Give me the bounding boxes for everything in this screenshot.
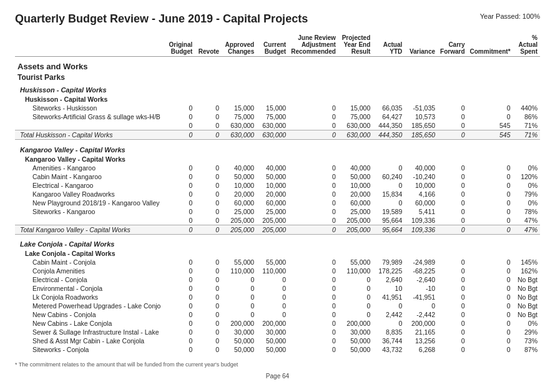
- table-row: 00205,000205,0000205,00095,664109,336004…: [15, 216, 540, 225]
- table-row: Siteworks - Conjola0050,00050,000050,000…: [15, 345, 540, 354]
- table-row: Environmental - Conjola00000010-1000No B…: [15, 284, 540, 293]
- col-commitment: Commitment*: [468, 33, 513, 57]
- table-row: Sewer & Sullage Infrastructure Instal - …: [15, 328, 540, 336]
- col-approved-changes: ApprovedChanges: [222, 33, 257, 57]
- table-row: 00630,000630,0000630,000444,350185,65005…: [15, 121, 540, 130]
- table-row: Siteworks - Kangaroo0025,00025,000025,00…: [15, 207, 540, 216]
- col-revote: Revote: [195, 33, 222, 57]
- page-container: Quarterly Budget Review - June 2019 - Ca…: [15, 12, 540, 380]
- table-row: New Cabins - Conjola0000002,442-2,44200N…: [15, 310, 540, 319]
- table-row: Siteworks - Huskisson0015,00015,000015,0…: [15, 104, 540, 112]
- table-row: Electrical - Kangaroo0010,00010,000010,0…: [15, 181, 540, 190]
- table-row: Siteworks-Artificial Grass & sullage wks…: [15, 112, 540, 121]
- table-row: Lk Conjola Roadworks00000041,951-41,9510…: [15, 293, 540, 301]
- table-row: Shed & Asst Mgr Cabin - Lake Conjola0050…: [15, 336, 540, 345]
- footnote: * The commitment relates to the amount t…: [15, 361, 540, 368]
- group-sub-header: Kangaroo Valley - Capital Works: [15, 154, 540, 164]
- col-description: [15, 33, 163, 57]
- table-row: New Playground 2018/19 - Kangaroo Valley…: [15, 198, 540, 207]
- col-projected: ProjectedYear EndResult: [338, 33, 373, 57]
- table-row: Cabin Maint - Conjola0055,00055,000055,0…: [15, 258, 540, 267]
- assets-works-heading: Assets and Works: [15, 57, 540, 72]
- page-header: Quarterly Budget Review - June 2019 - Ca…: [15, 12, 540, 28]
- table-row: Total Kangaroo Valley - Capital Works002…: [15, 225, 540, 234]
- col-current-budget: CurrentBudget: [257, 33, 288, 57]
- group-sub-header: Huskisson - Capital Works: [15, 94, 540, 104]
- col-original-budget: OriginalBudget: [163, 33, 195, 57]
- col-actual-ytd: Actual YTD: [373, 33, 405, 57]
- table-row: Cabin Maint - Kangaroo0050,00050,000050,…: [15, 172, 540, 181]
- spacer-row: [15, 354, 540, 356]
- col-variance: Variance: [405, 33, 438, 57]
- page-number: Page 64: [15, 373, 540, 380]
- table-row: Total Huskisson - Capital Works00630,000…: [15, 130, 540, 140]
- group-section-header: Kangaroo Valley - Capital Works: [15, 142, 540, 154]
- col-june-review: June ReviewAdjustmentRecommended: [288, 33, 338, 57]
- group-sub-header: Lake Conjola - Capital Works: [15, 248, 540, 258]
- year-passed: Year Passed: 100%: [480, 12, 540, 20]
- page-title: Quarterly Budget Review - June 2019 - Ca…: [15, 12, 308, 26]
- table-row: Conjola Amenities00110,000110,0000110,00…: [15, 267, 540, 275]
- table-row: Kangaroo Valley Roadworks0020,00020,0000…: [15, 190, 540, 198]
- table-row: Metered Powerhead Upgrades - Lake Conjo0…: [15, 301, 540, 310]
- table-row: New Cabins - Lake Conjola00200,000200,00…: [15, 319, 540, 328]
- col-carry-forward: CarryForward: [438, 33, 467, 57]
- budget-table: OriginalBudget Revote ApprovedChanges Cu…: [15, 33, 540, 356]
- tourist-parks-heading: Tourist Parks: [15, 72, 540, 82]
- group-section-header: Lake Conjola - Capital Works: [15, 237, 540, 248]
- table-row: Amenities - Kangaroo0040,00040,000040,00…: [15, 164, 540, 172]
- group-section-header: Huskisson - Capital Works: [15, 82, 540, 94]
- table-row: Electrical - Conjola0000002,640-2,64000N…: [15, 275, 540, 284]
- col-pct-actual: % ActualSpent: [513, 33, 540, 57]
- table-header-row: OriginalBudget Revote ApprovedChanges Cu…: [15, 33, 540, 57]
